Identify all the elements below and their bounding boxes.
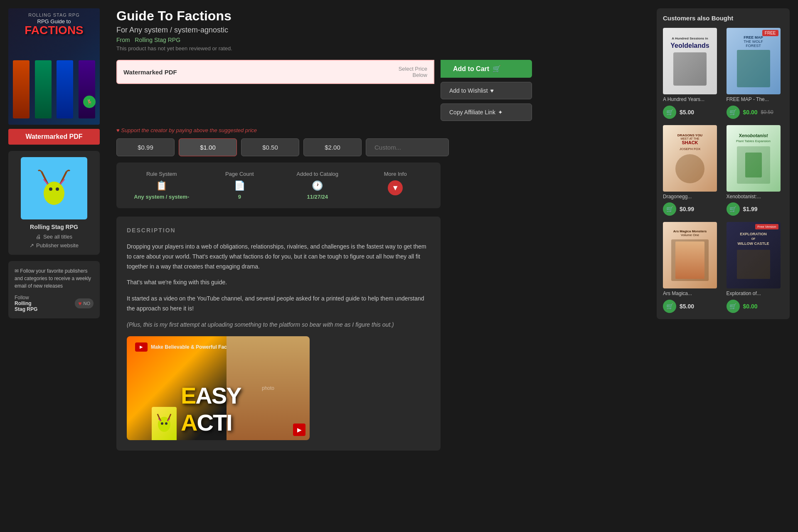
recommended-product-5: Ars Magica Monsters Volume One Ars Magic… <box>663 222 720 313</box>
added-catalog-cell: Added to Catalog 🕐 11/27/24 <box>281 171 355 200</box>
price-tag-1: $5.00 <box>680 109 694 116</box>
add-to-wishlist-button[interactable]: Add to Wishlist ♥ <box>441 82 532 99</box>
rule-system-icon: 📋 <box>125 180 199 191</box>
add-to-cart-small-5[interactable]: 🛒 <box>663 300 676 313</box>
product-card-title-1: A Hundred Years... <box>663 96 720 103</box>
product-from: From Rolling Stag RPG <box>116 37 648 43</box>
recommended-product-3: DRAGONS YOU MEET AT THE SHACK JOSEPH FOX… <box>663 125 720 216</box>
copy-affiliate-link-button[interactable]: Copy Affiliate Link ✦ <box>441 103 532 121</box>
description-para-2: That's what we're fixing with this guide… <box>127 278 430 288</box>
svg-point-2 <box>56 187 59 191</box>
rule-system-cell: Rule System 📋 Any system / system- <box>125 171 199 200</box>
calendar-icon: 🕐 <box>281 180 355 191</box>
add-to-cart-small-4[interactable]: 🛒 <box>727 202 740 216</box>
product-thumb-2: FREE FREE MAP THE WOLF FOREST <box>727 28 781 94</box>
cover-subtitle: Rolling Stag RPG <box>12 12 96 17</box>
add-to-cart-button[interactable]: Add to Cart 🛒 <box>441 60 532 78</box>
heart-support-icon: ♥ <box>116 127 120 133</box>
format-price-hint: Select Price Below <box>399 66 427 78</box>
description-para-1: Dropping your players into a web of obli… <box>127 242 430 271</box>
add-to-cart-small-1[interactable]: 🛒 <box>663 106 676 119</box>
publisher-name: Rolling Stag RPG <box>15 224 94 230</box>
price-option-099[interactable]: $0.99 <box>116 138 175 156</box>
description-para-3: It started as a video on the YouTube cha… <box>127 294 430 314</box>
video-thumbnail[interactable]: ▶ Make Believable & Powerful Faction... <box>127 336 310 440</box>
custom-price-input[interactable] <box>366 138 449 156</box>
price-tag-2: $0.00 <box>743 109 758 116</box>
wishlist-heart-icon: ♥ <box>490 87 494 94</box>
yt-play-icon: ▶ <box>293 424 305 436</box>
video-channel-badge: ▶ Make Believable & Powerful Faction... <box>135 342 240 352</box>
recommended-product-6: EXPLORATIONOFWILLOW CASTLE Free Version … <box>727 222 784 313</box>
free-badge-2: FREE <box>762 30 778 36</box>
price-option-100[interactable]: $1.00 <box>179 138 237 156</box>
format-label: Watermarked PDF <box>123 69 177 76</box>
recommended-product-1: A Hundred Sessions in Yeoldelands A Hund… <box>663 28 720 119</box>
product-card-title-3: Dragonegg... <box>663 194 720 200</box>
youtube-icon: ▶ <box>135 342 148 352</box>
more-info-cell[interactable]: More Info ▼ <box>359 171 433 200</box>
more-info-button[interactable]: ▼ <box>388 180 403 195</box>
description-section: DESCRIPTION Dropping your players into a… <box>116 217 441 451</box>
product-card-title-2: FREE MAP - The... <box>727 96 784 103</box>
product-thumb-3: DRAGONS YOU MEET AT THE SHACK JOSEPH FOX <box>663 125 717 192</box>
product-cover-image: Rolling Stag RPG RPG Guide to FACTIONS 🦌 <box>8 8 100 125</box>
add-to-cart-small-2[interactable]: 🛒 <box>727 106 740 119</box>
publisher-link[interactable]: Rolling Stag RPG <box>135 37 180 43</box>
toggle-no-label: NO <box>84 301 91 306</box>
svg-point-1 <box>49 187 52 191</box>
follow-description: ✉ Follow your favorite publishers and ca… <box>15 267 94 290</box>
support-text: ♥ Support the creator by paying above th… <box>116 127 648 133</box>
product-thumb-5: Ars Magica Monsters Volume One <box>663 222 717 288</box>
publisher-website-link[interactable]: ↗ Publisher website <box>15 242 94 249</box>
format-selector[interactable]: Watermarked PDF Select Price Below <box>116 60 434 84</box>
product-thumb-4: Xenobotanist Plant Tables Expansion <box>727 125 781 192</box>
svg-point-5 <box>165 422 167 425</box>
cart-icon: 🛒 <box>493 65 501 73</box>
page-count-icon: 📄 <box>203 180 277 191</box>
product-subtitle: For Any system / system-agnostic <box>116 26 648 34</box>
free-version-badge: Free Version <box>755 224 778 229</box>
cover-main-title: FACTIONS <box>12 25 96 36</box>
price-tag-5: $5.00 <box>680 303 694 310</box>
product-card-title-4: Xenobotanist:... <box>727 194 784 200</box>
heart-icon: ♥ <box>78 300 81 307</box>
add-to-cart-small-6[interactable]: 🛒 <box>727 300 740 313</box>
svg-point-4 <box>161 422 163 425</box>
page-count-cell: Page Count 📄 9 <box>203 171 277 200</box>
price-tag-6: $0.00 <box>743 303 758 310</box>
price-option-050[interactable]: $0.50 <box>241 138 299 156</box>
external-link-icon: ↗ <box>30 242 34 249</box>
description-para-4: (Plus, this is my first attempt at uploa… <box>127 320 430 330</box>
affiliate-icon: ✦ <box>498 109 503 116</box>
see-all-titles-link[interactable]: 🖨 See all titles <box>15 234 94 240</box>
recommended-product-4: Xenobotanist Plant Tables Expansion Xeno… <box>727 125 784 216</box>
svg-point-0 <box>44 182 64 205</box>
product-card-title-6: Exploration of... <box>727 291 784 297</box>
follow-label: Follow <box>15 295 37 300</box>
product-thumb-6: EXPLORATIONOFWILLOW CASTLE Free Version <box>727 222 781 288</box>
add-to-cart-small-3[interactable]: 🛒 <box>663 202 676 216</box>
printer-icon: 🖨 <box>36 234 41 240</box>
preview-button[interactable]: Watermarked PDF <box>8 129 100 145</box>
product-rating: This product has not yet been reviewed o… <box>116 45 648 52</box>
customers-also-bought-title: Customers also Bought <box>663 15 783 22</box>
price-tag-3: $0.99 <box>680 206 694 212</box>
product-title: Guide To Factions <box>116 8 648 24</box>
price-tag-4: $1.99 <box>743 206 758 212</box>
cover-badge: 🦌 <box>83 96 96 108</box>
description-heading: DESCRIPTION <box>127 227 430 234</box>
publisher-logo <box>21 157 87 219</box>
recommended-product-2: FREE FREE MAP THE WOLF FOREST FREE MAP -… <box>727 28 784 119</box>
customers-also-bought-section: Customers also Bought A Hundred Sessions… <box>657 8 790 319</box>
follow-toggle[interactable]: ♥ NO <box>75 298 94 308</box>
product-thumb-1: A Hundred Sessions in Yeoldelands <box>663 28 717 94</box>
product-card-title-5: Ars Magica... <box>663 291 720 297</box>
old-price-tag-2: $0.50 <box>761 109 773 115</box>
price-option-200[interactable]: $2.00 <box>303 138 362 156</box>
follow-publisher-name: RollingStag RPG <box>15 300 37 312</box>
product-info-grid: Rule System 📋 Any system / system- Page … <box>116 163 441 208</box>
